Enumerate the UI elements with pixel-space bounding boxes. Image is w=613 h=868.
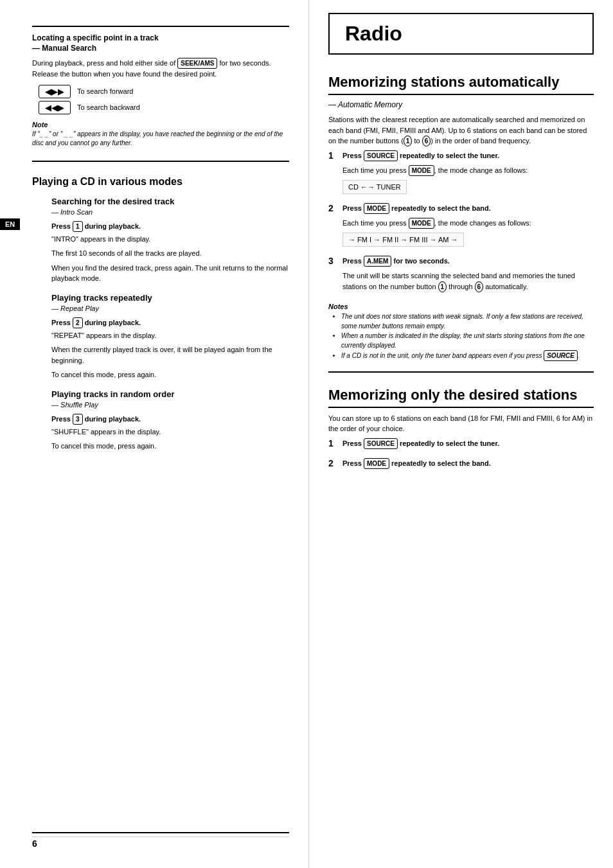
desired-step-2-num: 2 (328, 458, 342, 468)
repeat-subtitle: — Repeat Play (51, 305, 289, 312)
repeat-instruction: Press 2 during playback. (51, 317, 289, 328)
desired-step-1-instruction: Press SOURCE repeatedly to select the tu… (342, 438, 594, 449)
forward-seek-row: ◀▶▶ To search forward (39, 85, 289, 98)
notes-list: The unit does not store stations with we… (328, 312, 594, 361)
repeat-para1: When the currently played track is over,… (51, 344, 289, 366)
key-circle-1b: 1 (438, 281, 447, 292)
forward-label: To search forward (77, 87, 133, 95)
searching-instruction: Press 1 during playback. (51, 221, 289, 232)
radio-header: Radio (328, 13, 594, 55)
shuffle-subtitle: — Shuffle Play (51, 401, 289, 409)
page-number: 6 (32, 838, 37, 849)
notes-title: Notes (328, 303, 594, 310)
mode-key-2: MODE (364, 203, 389, 214)
forward-seek-icon: ◀▶▶ (39, 85, 71, 98)
shuffle-subsection: Playing tracks in random order — Shuffle… (51, 389, 289, 452)
source-key-d1: SOURCE (364, 438, 398, 449)
backward-seek-row: ◀◀▶ To search backward (39, 101, 289, 114)
desired-step-1: 1 Press SOURCE repeatedly to select the … (328, 438, 594, 453)
seek-ams-key: SEEK/AMS (177, 58, 217, 69)
key-3: 3 (73, 414, 83, 425)
step-2: 2 Press MODE repeatedly to select the ba… (328, 203, 594, 251)
step-1-content: Press SOURCE repeatedly to select the tu… (342, 150, 594, 198)
searching-subsection: Searching for the desired track — Intro … (51, 197, 289, 284)
memorizing-auto-title: Memorizing stations automatically (328, 74, 594, 95)
step-2-content: Press MODE repeatedly to select the band… (342, 203, 594, 251)
step-3-num: 3 (328, 256, 342, 266)
step-2-instruction: Press MODE repeatedly to select the band… (342, 203, 594, 214)
backward-label: To search backward (77, 103, 140, 111)
memorizing-auto-intro: Stations with the clearest reception are… (328, 114, 594, 146)
cd-modes-section: Playing a CD in various modes EN Searchi… (32, 161, 289, 452)
mode-key-d2: MODE (364, 458, 389, 469)
source-key-1: SOURCE (364, 150, 398, 161)
page: Locating a specific point in a track — M… (0, 0, 613, 868)
locating-title: Locating a specific point in a track (32, 33, 289, 42)
radio-title: Radio (345, 22, 402, 45)
searching-title: Searching for the desired track (51, 197, 289, 206)
searching-display: "INTRO" appears in the display. (51, 234, 289, 245)
desired-step-1-num: 1 (328, 438, 342, 448)
cd-modes-title: Playing a CD in various modes (32, 176, 289, 188)
memorizing-auto-section: Memorizing stations automatically — Auto… (328, 74, 594, 361)
desired-step-2: 2 Press MODE repeatedly to select the ba… (328, 458, 594, 473)
step-1-instruction: Press SOURCE repeatedly to select the tu… (342, 150, 594, 161)
repeat-display: "REPEAT" appears in the display. (51, 330, 289, 341)
mode-key-2a: MODE (409, 218, 434, 229)
desired-step-2-instruction: Press MODE repeatedly to select the band… (342, 458, 594, 469)
en-badge: EN (0, 218, 20, 230)
mode-key-1a: MODE (409, 165, 434, 176)
step-1-num: 1 (328, 150, 342, 161)
manual-search-subtitle: — Manual Search (32, 44, 289, 53)
step-3-instruction: Press A.MEM for two seconds. (342, 256, 594, 267)
diagram-1-text: CD ←→ TUNER (348, 183, 401, 191)
desired-step-1-content: Press SOURCE repeatedly to select the tu… (342, 438, 594, 453)
backward-seek-icon: ◀◀▶ (39, 101, 71, 114)
step-1-detail: Each time you press MODE, the mode chang… (342, 165, 594, 176)
key-circle-1: 1 (404, 136, 413, 146)
step-2-diagram: → FM I → FM II → FM III → AM → (342, 233, 464, 247)
shuffle-para1: To cancel this mode, press again. (51, 441, 289, 452)
searching-subtitle: — Intro Scan (51, 208, 289, 216)
desired-step-2-content: Press MODE repeatedly to select the band… (342, 458, 594, 473)
repeat-title: Playing tracks repeatedly (51, 293, 289, 303)
note-item-1: The unit does not store stations with we… (341, 312, 594, 331)
auto-notes: Notes The unit does not store stations w… (328, 303, 594, 361)
left-column: Locating a specific point in a track — M… (0, 0, 308, 868)
right-column: Radio Memorizing stations automatically … (308, 0, 613, 868)
note-item-2: When a number is indicated in the displa… (341, 331, 594, 350)
manual-search-section: Locating a specific point in a track — M… (32, 26, 289, 148)
step-2-detail: Each time you press MODE, the mode chang… (342, 218, 594, 229)
note-text: If "_ _" or " _ _" appears in the displa… (32, 130, 289, 148)
memorizing-auto-subtitle: — Automatic Memory (328, 100, 594, 109)
step-2-num: 2 (328, 203, 342, 213)
key-circle-6: 6 (422, 136, 431, 146)
repeat-para2: To cancel this mode, press again. (51, 369, 289, 380)
key-2: 2 (73, 317, 83, 328)
memorizing-desired-intro: You can store up to 6 stations on each b… (328, 413, 594, 434)
manual-search-intro: During playback, press and hold either s… (32, 58, 289, 80)
key-circle-6b: 6 (475, 281, 484, 292)
step-3-content: Press A.MEM for two seconds. The unit wi… (342, 256, 594, 296)
note-title: Note (32, 121, 289, 128)
shuffle-instruction: Press 3 during playback. (51, 414, 289, 425)
step-1: 1 Press SOURCE repeatedly to select the … (328, 150, 594, 198)
key-1: 1 (73, 221, 83, 232)
step-3: 3 Press A.MEM for two seconds. The unit … (328, 256, 594, 296)
memorizing-desired-section: Memorizing only the desired stations You… (328, 371, 594, 473)
diagram-2-text: → FM I → FM II → FM III → AM → (348, 236, 458, 244)
step-1-diagram: CD ←→ TUNER (342, 180, 407, 194)
shuffle-title: Playing tracks in random order (51, 389, 289, 399)
amem-key: A.MEM (364, 256, 391, 267)
repeat-subsection: Playing tracks repeatedly — Repeat Play … (51, 293, 289, 380)
step-3-detail: The unit will be starts scanning the sel… (342, 270, 594, 292)
source-key-note: SOURCE (544, 350, 578, 361)
seek-icons-container: ◀▶▶ To search forward ◀◀▶ To search back… (39, 85, 289, 114)
searching-para2: When you find the desired track, press a… (51, 263, 289, 284)
memorizing-desired-title: Memorizing only the desired stations (328, 387, 594, 408)
searching-para1: The first 10 seconds of all the tracks a… (51, 248, 289, 259)
shuffle-display: "SHUFFLE" appears in the display. (51, 427, 289, 438)
note-item-3: If a CD is not in the unit, only the tun… (341, 350, 594, 361)
